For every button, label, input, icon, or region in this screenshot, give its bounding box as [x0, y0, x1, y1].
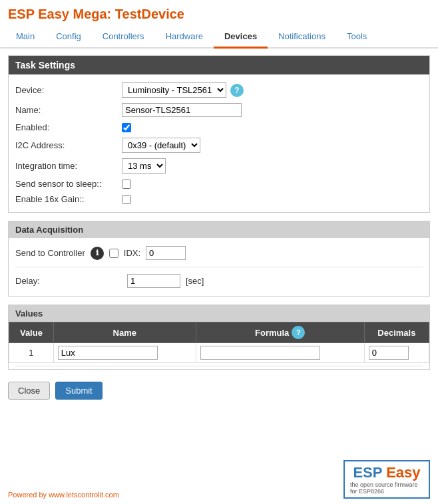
row-formula-cell	[196, 343, 364, 363]
esp-logo-easy: Easy	[386, 464, 420, 481]
integration-label: Integration time:	[15, 161, 122, 171]
device-row: Device: Luminosity - TSL2561 ?	[15, 80, 423, 100]
submit-button[interactable]: Submit	[55, 382, 102, 400]
powered-by: Powered by www.letscontrolit.com	[8, 491, 119, 499]
device-select[interactable]: Luminosity - TSL2561	[122, 82, 226, 98]
esp-logo-esp: ESP	[353, 464, 386, 481]
delay-row: Delay: [sec]	[15, 271, 423, 291]
footer: Powered by www.letscontrolit.com ESP Eas…	[0, 457, 438, 504]
data-acquisition-section: Data Acquisition Send to Controller ℹ ID…	[8, 221, 430, 297]
integration-row: Integration time: 13 ms	[15, 156, 423, 176]
gain-row: Enable 16x Gain::	[15, 191, 423, 207]
gain-checkbox[interactable]	[122, 195, 131, 204]
divider	[15, 267, 423, 267]
sleep-checkbox[interactable]	[122, 180, 131, 189]
close-button[interactable]: Close	[8, 382, 50, 400]
i2c-row: I2C Address: 0x39 - (default)	[15, 135, 423, 156]
row-name-cell	[53, 343, 196, 363]
values-section: Values Value Name Formula ? Decimals	[8, 305, 430, 370]
button-row: Close Submit	[8, 378, 430, 404]
row-value: 1	[9, 343, 54, 363]
col-decimals: Decimals	[364, 322, 429, 343]
table-row: 1	[9, 343, 429, 363]
name-label: Name:	[15, 105, 122, 115]
tab-main[interactable]: Main	[5, 26, 45, 49]
row-decimals-cell	[364, 343, 429, 363]
sleep-label: Send sensor to sleep::	[15, 179, 122, 189]
data-acquisition-header: Data Acquisition	[9, 221, 429, 238]
task-settings-header: Task Settings	[9, 56, 429, 74]
tab-devices[interactable]: Devices	[214, 26, 268, 49]
values-divider	[15, 366, 423, 366]
nav-tabs: Main Config Controllers Hardware Devices…	[0, 26, 438, 49]
i2c-select[interactable]: 0x39 - (default)	[122, 138, 200, 153]
row-name-input[interactable]	[58, 346, 158, 360]
send-controller-label: Send to Controller	[15, 248, 85, 258]
esp-logo-sub: the open source firmware for ESP8266	[350, 481, 423, 495]
gain-label: Enable 16x Gain::	[15, 194, 122, 204]
i2c-label: I2C Address:	[15, 140, 122, 150]
row-formula-input[interactable]	[200, 346, 320, 360]
controller-checkbox[interactable]	[109, 249, 118, 258]
idx-input[interactable]	[146, 246, 186, 260]
esp-logo: ESP Easy the open source firmware for ES…	[343, 460, 430, 499]
idx-label: IDX:	[124, 248, 140, 258]
values-table: Value Name Formula ? Decimals 1	[9, 322, 429, 363]
esp-logo-main: ESP Easy	[353, 464, 420, 481]
row-decimals-input[interactable]	[369, 346, 409, 360]
task-settings-section: Task Settings Device: Luminosity - TSL25…	[8, 55, 430, 213]
delay-unit: [sec]	[186, 276, 204, 286]
col-formula: Formula ?	[196, 322, 364, 343]
col-value: Value	[9, 322, 54, 343]
integration-select[interactable]: 13 ms	[122, 158, 166, 174]
tab-config[interactable]: Config	[45, 26, 92, 49]
formula-help-icon[interactable]: ?	[292, 326, 305, 339]
tab-tools[interactable]: Tools	[336, 26, 377, 49]
tab-hardware[interactable]: Hardware	[155, 26, 214, 49]
page-title: ESP Easy Mega: TestDevice	[0, 0, 438, 26]
tab-notifications[interactable]: Notifications	[268, 26, 336, 49]
enabled-row: Enabled:	[15, 120, 423, 135]
enabled-label: Enabled:	[15, 122, 122, 132]
enabled-checkbox[interactable]	[122, 123, 131, 132]
sleep-row: Send sensor to sleep::	[15, 176, 423, 191]
delay-input[interactable]	[127, 274, 180, 288]
device-help-icon[interactable]: ?	[230, 84, 244, 97]
controller-help-icon[interactable]: ℹ	[91, 247, 104, 260]
name-row: Name:	[15, 100, 423, 120]
values-header: Values	[9, 305, 429, 322]
tab-controllers[interactable]: Controllers	[92, 26, 155, 49]
device-label: Device:	[15, 85, 122, 95]
controller-row: Send to Controller ℹ IDX:	[15, 243, 423, 263]
name-input[interactable]	[122, 103, 242, 117]
col-name: Name	[53, 322, 196, 343]
delay-label: Delay:	[15, 276, 122, 286]
